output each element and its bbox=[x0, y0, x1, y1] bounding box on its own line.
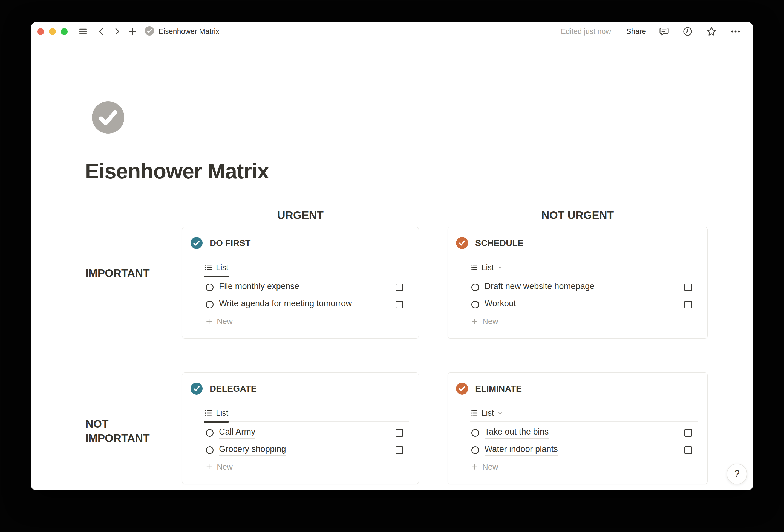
plus-icon bbox=[471, 317, 478, 325]
list-item: Write agenda for meeting tomorrow bbox=[182, 296, 419, 313]
list-item: File monthly expense bbox=[182, 279, 419, 296]
chevron-down-icon bbox=[497, 264, 503, 271]
page-title[interactable]: Eisenhower Matrix bbox=[85, 159, 269, 184]
circle-bullet-icon bbox=[471, 283, 479, 291]
help-button[interactable]: ? bbox=[727, 464, 747, 484]
circle-bullet-icon bbox=[206, 429, 214, 437]
sidebar-toggle-icon[interactable] bbox=[78, 27, 88, 36]
plus-icon bbox=[471, 463, 478, 471]
column-header-urgent: URGENT bbox=[182, 209, 419, 221]
quadrant-delegate: DELEGATE List Call Army Grocery shopping bbox=[182, 372, 419, 484]
item-checkbox[interactable] bbox=[396, 429, 403, 437]
item-checkbox[interactable] bbox=[684, 283, 692, 291]
list-item: Grocery shopping bbox=[182, 441, 419, 459]
close-button[interactable] bbox=[37, 28, 44, 35]
item-title-link[interactable]: Draft new website homepage bbox=[484, 281, 594, 293]
column-header-not-urgent: NOT URGENT bbox=[448, 209, 708, 221]
item-checkbox[interactable] bbox=[684, 429, 692, 437]
new-item-button[interactable]: New bbox=[448, 459, 707, 475]
item-checkbox[interactable] bbox=[396, 301, 403, 308]
tab-list-view[interactable]: List bbox=[470, 404, 503, 421]
item-title-link[interactable]: Workout bbox=[484, 299, 516, 310]
database-title[interactable]: DELEGATE bbox=[210, 384, 257, 394]
quadrant-eliminate: ELIMINATE List Take out the bins bbox=[448, 372, 708, 484]
database-title-row[interactable]: DO FIRST bbox=[191, 237, 250, 249]
item-checkbox[interactable] bbox=[396, 283, 403, 291]
list-items: Draft new website homepage Workout New bbox=[448, 279, 707, 330]
quadrant-do-first: DO FIRST List File monthly expense Write… bbox=[182, 227, 419, 338]
list-item: Workout bbox=[448, 296, 707, 313]
minimize-button[interactable] bbox=[49, 28, 56, 35]
zoom-button[interactable] bbox=[61, 28, 67, 35]
history-clock-icon[interactable] bbox=[682, 26, 693, 37]
page-icon[interactable] bbox=[92, 101, 124, 134]
breadcrumb[interactable]: Eisenhower Matrix bbox=[145, 26, 219, 37]
view-tab-bar: List bbox=[204, 404, 409, 422]
tab-label: List bbox=[481, 263, 494, 272]
database-title-row[interactable]: SCHEDULE bbox=[456, 237, 523, 249]
tab-label: List bbox=[216, 409, 228, 418]
favorite-star-icon[interactable] bbox=[706, 26, 717, 37]
row-header-not-important: NOT IMPORTANT bbox=[85, 417, 165, 445]
circle-bullet-icon bbox=[206, 283, 214, 291]
database-title-row[interactable]: DELEGATE bbox=[191, 383, 257, 395]
plus-icon bbox=[205, 317, 213, 325]
new-item-button[interactable]: New bbox=[182, 459, 419, 475]
list-item: Take out the bins bbox=[448, 424, 707, 441]
circle-bullet-icon bbox=[471, 446, 479, 454]
breadcrumb-title[interactable]: Eisenhower Matrix bbox=[159, 27, 219, 36]
forward-icon[interactable] bbox=[112, 27, 122, 36]
row-header-important: IMPORTANT bbox=[85, 266, 150, 280]
list-view-icon bbox=[470, 409, 478, 417]
list-item: Water indoor plants bbox=[448, 441, 707, 459]
item-title-link[interactable]: Grocery shopping bbox=[219, 444, 286, 456]
database-title-row[interactable]: ELIMINATE bbox=[456, 383, 522, 395]
tab-list-view[interactable]: List bbox=[204, 404, 228, 421]
list-items: Take out the bins Water indoor plants Ne… bbox=[448, 424, 707, 475]
desktop-background: Eisenhower Matrix Edited just now Share … bbox=[0, 0, 784, 532]
circle-bullet-icon bbox=[471, 429, 479, 437]
check-circle-icon bbox=[191, 383, 202, 395]
list-view-icon bbox=[204, 263, 213, 272]
edited-timestamp: Edited just now bbox=[561, 27, 611, 36]
new-item-button[interactable]: New bbox=[182, 313, 419, 330]
more-options-icon[interactable] bbox=[730, 26, 741, 37]
list-items: File monthly expense Write agenda for me… bbox=[182, 279, 419, 330]
notion-window: Eisenhower Matrix Edited just now Share … bbox=[31, 22, 753, 491]
list-view-icon bbox=[470, 263, 478, 272]
window-toolbar: Eisenhower Matrix Edited just now Share bbox=[31, 22, 753, 41]
back-icon[interactable] bbox=[96, 27, 107, 36]
comments-icon[interactable] bbox=[659, 26, 670, 37]
new-tab-icon[interactable] bbox=[127, 26, 138, 37]
tab-list-view[interactable]: List bbox=[204, 259, 228, 276]
tab-list-view[interactable]: List bbox=[470, 259, 503, 276]
breadcrumb-page-check-icon bbox=[145, 26, 154, 37]
view-tab-bar: List bbox=[470, 404, 698, 422]
item-title-link[interactable]: File monthly expense bbox=[219, 281, 299, 293]
item-title-link[interactable]: Take out the bins bbox=[484, 427, 549, 439]
check-circle-icon bbox=[456, 383, 468, 395]
database-title[interactable]: SCHEDULE bbox=[475, 238, 523, 248]
check-circle-icon bbox=[456, 237, 468, 249]
tab-label: List bbox=[481, 409, 494, 418]
new-item-button[interactable]: New bbox=[448, 313, 707, 330]
plus-icon bbox=[205, 463, 213, 471]
list-item: Draft new website homepage bbox=[448, 279, 707, 296]
item-checkbox[interactable] bbox=[396, 446, 403, 454]
database-title[interactable]: DO FIRST bbox=[210, 238, 250, 248]
circle-bullet-icon bbox=[471, 301, 479, 308]
share-button[interactable]: Share bbox=[626, 27, 646, 36]
item-title-link[interactable]: Water indoor plants bbox=[484, 444, 558, 456]
check-circle-icon bbox=[191, 237, 202, 249]
item-title-link[interactable]: Call Army bbox=[219, 427, 255, 439]
view-tab-bar: List bbox=[204, 259, 409, 276]
database-title[interactable]: ELIMINATE bbox=[475, 384, 522, 394]
list-item: Call Army bbox=[182, 424, 419, 441]
view-tab-bar: List bbox=[470, 259, 698, 276]
item-title-link[interactable]: Write agenda for meeting tomorrow bbox=[219, 299, 352, 310]
item-checkbox[interactable] bbox=[684, 446, 692, 454]
quadrant-schedule: SCHEDULE List Draft new website homepage bbox=[448, 227, 708, 338]
list-items: Call Army Grocery shopping New bbox=[182, 424, 419, 475]
circle-bullet-icon bbox=[206, 446, 214, 454]
item-checkbox[interactable] bbox=[684, 301, 692, 308]
